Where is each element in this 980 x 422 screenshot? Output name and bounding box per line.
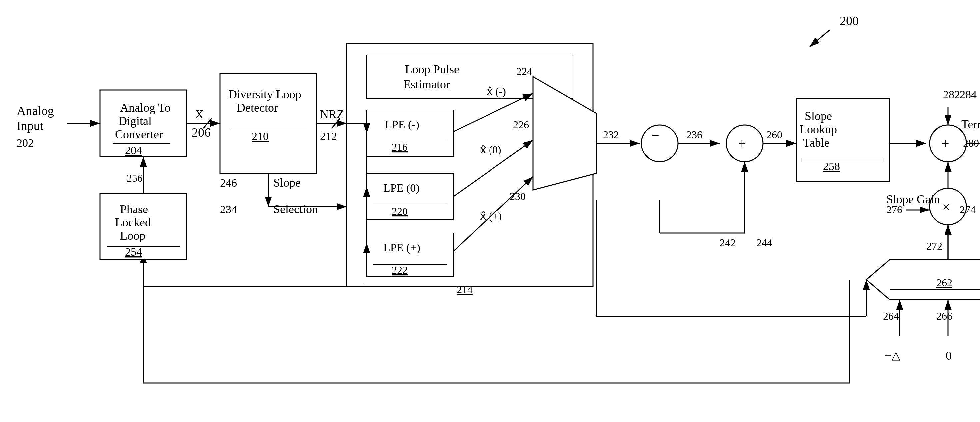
minus-sign: − bbox=[651, 128, 659, 143]
ref-220: 220 bbox=[391, 205, 407, 217]
adc-label3: Converter bbox=[115, 128, 163, 141]
label-minus-delta: −△ bbox=[885, 349, 901, 362]
ref-260: 260 bbox=[767, 129, 783, 141]
lpe-plus-box bbox=[366, 233, 453, 276]
ref-226: 226 bbox=[513, 119, 529, 130]
pll-label1: Phase bbox=[120, 203, 148, 216]
lpe-minus-label: LPE (-) bbox=[385, 118, 419, 131]
diversity-label1: Diversity Loop bbox=[228, 87, 301, 101]
lpe-header1: Loop Pulse bbox=[405, 63, 459, 76]
slope-lookup1: Slope bbox=[805, 109, 832, 122]
trapezoid-box bbox=[866, 260, 980, 300]
ref-266: 266 bbox=[936, 310, 952, 322]
ref-230: 230 bbox=[510, 190, 526, 202]
ref-280: 280 bbox=[963, 137, 979, 149]
lpe-header2: Estimator bbox=[403, 78, 450, 91]
lpe-zero-box bbox=[366, 173, 453, 220]
adc-label2: Digital bbox=[118, 114, 152, 128]
ref-282: 282 bbox=[943, 88, 960, 101]
plus-sign: + bbox=[738, 136, 746, 151]
lpe-plus-label: LPE (+) bbox=[383, 241, 420, 254]
svg-line-2 bbox=[810, 30, 830, 47]
subtractor-circle bbox=[641, 125, 678, 162]
ref-284: 284 bbox=[960, 88, 977, 101]
pll-label2: Locked bbox=[115, 216, 151, 229]
diagram-container: 200 Analog Input 202 Analog To Digital C… bbox=[0, 0, 980, 422]
ref-276: 276 bbox=[886, 203, 902, 216]
ref-256: 256 bbox=[127, 172, 143, 184]
ref-272: 272 bbox=[926, 240, 942, 252]
ref-204: 204 bbox=[125, 144, 142, 156]
ref-202: 202 bbox=[17, 136, 33, 149]
ref-210: 210 bbox=[251, 130, 269, 142]
slope-lookup3: Table bbox=[803, 136, 829, 149]
ref-262: 262 bbox=[936, 277, 952, 289]
hat-x-zero: x̂ (0) bbox=[480, 144, 501, 155]
lpe-minus-box bbox=[366, 110, 453, 157]
ref-212: 212 bbox=[320, 130, 337, 142]
lpe-zero-label: LPE (0) bbox=[383, 181, 420, 194]
ref-244: 244 bbox=[756, 237, 772, 249]
ref-236: 236 bbox=[686, 129, 702, 141]
label-slope: Slope bbox=[273, 176, 301, 189]
ref-234: 234 bbox=[220, 203, 237, 216]
ref-274: 274 bbox=[960, 203, 976, 216]
ref-200: 200 bbox=[840, 14, 859, 28]
ref-216: 216 bbox=[391, 141, 407, 153]
final-plus-sign: + bbox=[941, 136, 949, 151]
ref-258: 258 bbox=[823, 160, 840, 172]
adc-label1: Analog To bbox=[120, 101, 170, 114]
mult-sign: × bbox=[942, 199, 950, 214]
ref-232: 232 bbox=[603, 129, 619, 141]
analog-input-label2: Input bbox=[17, 119, 44, 133]
analog-input-label: Analog bbox=[17, 103, 54, 117]
label-selection: Selection bbox=[273, 203, 318, 216]
ref-264: 264 bbox=[883, 310, 899, 322]
diversity-label2: Detector bbox=[237, 101, 278, 114]
ref-242: 242 bbox=[720, 237, 736, 249]
ref-224: 224 bbox=[517, 65, 533, 77]
ref-254: 254 bbox=[125, 246, 142, 258]
ref-222: 222 bbox=[391, 264, 407, 276]
slope-lookup2: Lookup bbox=[800, 122, 837, 136]
label-X: X bbox=[195, 108, 204, 121]
label-NRZ: NRZ bbox=[320, 108, 344, 121]
label-zero: 0 bbox=[946, 349, 952, 362]
ref-206: 206 bbox=[192, 125, 211, 139]
pll-label3: Loop bbox=[120, 229, 145, 243]
ref-214: 214 bbox=[457, 284, 473, 295]
hat-x-plus: x̂ (+) bbox=[480, 210, 502, 222]
ref-246: 246 bbox=[220, 176, 237, 189]
terr-label: Terr bbox=[961, 117, 980, 131]
hat-x-minus: x̂ (-) bbox=[487, 85, 506, 97]
